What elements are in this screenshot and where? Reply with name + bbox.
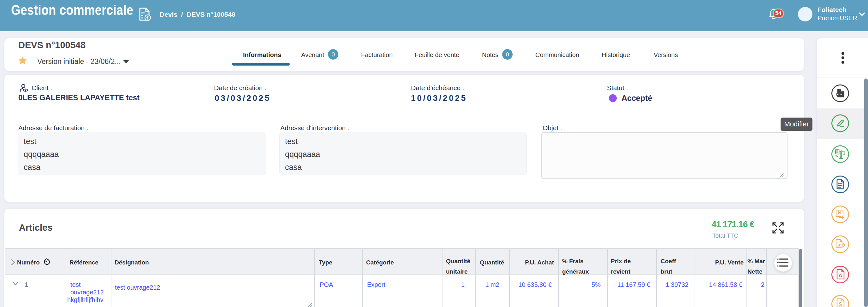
svg-text:PDF: PDF xyxy=(837,93,842,96)
svg-text:A: A xyxy=(838,273,842,279)
svg-text:B: B xyxy=(837,243,840,247)
svg-text:€: € xyxy=(147,15,149,21)
svg-text:S: S xyxy=(839,302,842,307)
